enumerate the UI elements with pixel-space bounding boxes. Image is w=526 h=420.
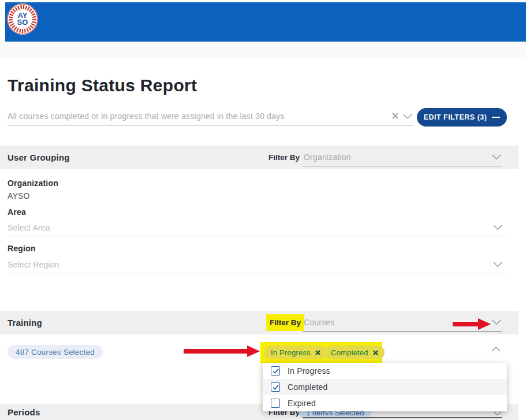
option-label: Completed [288,382,328,392]
checkbox[interactable] [271,366,280,376]
courses-status-dropdown: In Progress Completed Expired [263,363,507,411]
user-grouping-title: User Grouping [8,146,70,169]
user-grouping-filter-select[interactable]: Organization [303,150,502,166]
chevron-down-icon[interactable] [492,319,501,325]
user-grouping-section-bar: User Grouping Filter By Organization [0,146,518,169]
secondary-nav-band [0,42,526,58]
user-grouping-filter-by-label: Filter By [268,146,300,169]
app-header-bar [5,2,526,42]
svg-text:SO: SO [17,18,28,27]
ayso-logo-icon: AY SO [6,3,39,35]
saved-filter-description: All courses completed or in progress tha… [8,107,285,125]
dropdown-option-completed[interactable]: Completed [263,379,507,395]
dropdown-option-in-progress[interactable]: In Progress [263,363,507,379]
page-title: Training Status Report [8,76,197,95]
periods-title: Periods [8,404,40,420]
region-select-placeholder: Select Region [8,258,59,272]
organization-value: AYSO [8,191,30,200]
training-filter-select[interactable]: Courses [303,315,502,332]
filter-select-placeholder: Courses [304,315,335,330]
dropdown-option-expired[interactable]: Expired [263,395,507,411]
region-select[interactable]: Select Region [8,258,507,273]
chip-label: In Progress [271,348,311,357]
chevron-down-icon[interactable] [492,154,501,160]
area-select-placeholder: Select Area [8,221,50,235]
checkmark-icon [273,369,279,374]
courses-selected-badge: 487 Courses Selected [8,345,103,359]
checkmark-icon [273,385,279,390]
chip-in-progress[interactable]: In Progress [264,345,327,359]
remove-chip-icon[interactable] [315,350,320,355]
chevron-up-icon[interactable] [491,346,501,352]
option-label: Expired [288,399,316,408]
chevron-down-icon[interactable] [493,225,502,231]
minus-icon [492,117,500,118]
option-label: In Progress [288,366,330,376]
chevron-down-icon[interactable] [403,114,412,120]
organization-label: Organization [8,179,58,188]
filter-select-placeholder: Organization [304,150,351,165]
region-label: Region [8,244,36,253]
chip-label: Completed [331,348,368,357]
edit-filters-button[interactable]: EDIT FILTERS (3) [417,108,507,127]
training-section-bar: Training Filter By Courses [0,311,518,334]
area-select[interactable]: Select Area [8,221,507,236]
training-title: Training [8,311,42,334]
checkbox[interactable] [271,399,280,408]
chevron-down-icon[interactable] [494,411,501,416]
checkbox[interactable] [271,382,280,392]
ayso-logo[interactable]: AY SO [6,3,39,35]
remove-chip-icon[interactable] [373,350,378,355]
chip-completed[interactable]: Completed [324,345,385,359]
training-filter-by-label-highlighted: Filter By [266,314,304,331]
clear-filter-icon[interactable] [392,113,398,119]
area-label: Area [8,207,26,217]
periods-select-underline [303,417,502,418]
chevron-down-icon[interactable] [493,262,502,267]
saved-filter-select[interactable]: All courses completed or in progress tha… [8,107,413,126]
edit-filters-label: EDIT FILTERS (3) [424,113,487,121]
